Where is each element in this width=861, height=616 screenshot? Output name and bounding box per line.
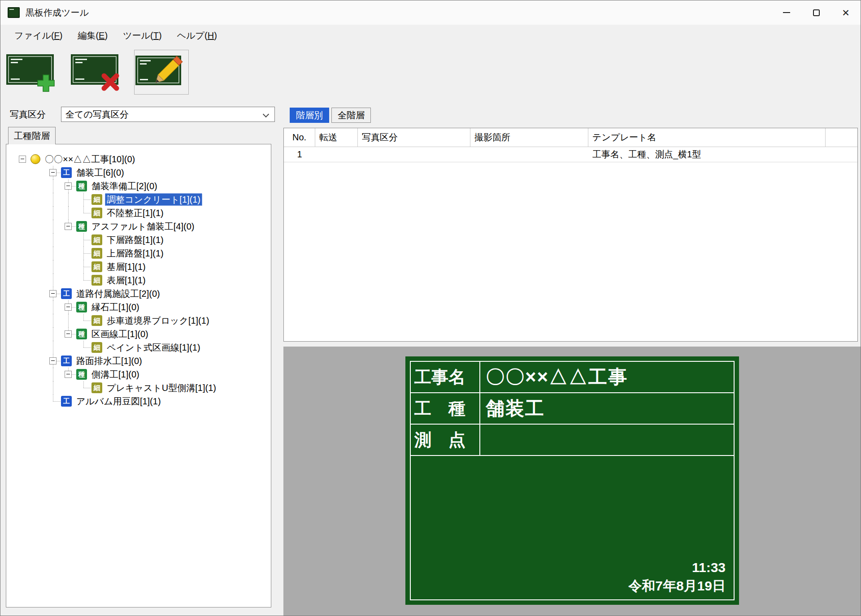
new-blackboard-button[interactable] bbox=[5, 50, 60, 95]
tree-grid bbox=[30, 206, 45, 220]
column-header[interactable]: 写真区分 bbox=[358, 128, 470, 147]
tree-connector bbox=[45, 287, 61, 300]
tree-item-label[interactable]: 道路付属施設工[2](0) bbox=[74, 287, 162, 300]
tree-item-label[interactable]: 上層路盤[1](1) bbox=[105, 247, 165, 260]
menu-tools[interactable]: ツール(T) bbox=[115, 25, 170, 46]
tree-grid bbox=[15, 260, 30, 273]
blackboard-empty-area bbox=[411, 456, 734, 559]
expand-toggle[interactable] bbox=[49, 169, 57, 176]
tree-item[interactable]: 種アスファルト舗装工[4](0) bbox=[15, 220, 270, 233]
tree-item[interactable]: 細上層路盤[1](1) bbox=[15, 247, 270, 260]
expand-toggle[interactable] bbox=[65, 304, 72, 311]
tree-grid bbox=[15, 247, 30, 260]
tree-item[interactable]: 細基層[1](1) bbox=[15, 260, 270, 273]
menu-file[interactable]: ファイル(F) bbox=[7, 25, 70, 46]
tree-grid bbox=[15, 273, 30, 287]
tree-connector bbox=[76, 233, 91, 247]
photo-category-row: 写真区分 全ての写真区分 bbox=[10, 107, 275, 122]
tree-item-label[interactable]: 舗装準備工[2](0) bbox=[90, 180, 159, 192]
close-button[interactable]: ✕ bbox=[831, 0, 861, 25]
tree-item-label[interactable]: 歩車道境界ブロック[1](1) bbox=[105, 314, 211, 327]
tree-item-label[interactable]: 路面排水工[1](0) bbox=[74, 355, 144, 367]
expand-toggle[interactable] bbox=[19, 156, 26, 163]
preview-area: 工事名〇〇××△△工事工 種舗装工測 点 11:33 令和7年8月19日 bbox=[283, 347, 861, 616]
column-header[interactable]: 転送 bbox=[315, 128, 358, 147]
tree-item-label[interactable]: 区画線工[1](0) bbox=[90, 328, 150, 340]
table-cell bbox=[315, 147, 358, 162]
tree-item[interactable]: 細プレキャストU型側溝[1](1) bbox=[15, 381, 270, 395]
tree-item-label[interactable]: 舗装工[6](0) bbox=[74, 166, 126, 179]
tree-item[interactable]: 細歩車道境界ブロック[1](1) bbox=[15, 314, 270, 327]
tree-item[interactable]: 種縁石工[1](0) bbox=[15, 300, 270, 314]
tree-item-label[interactable]: 調整コンクリート[1](1) bbox=[105, 193, 202, 206]
expand-toggle[interactable] bbox=[65, 182, 72, 190]
tree-connector bbox=[76, 273, 91, 287]
tree-item[interactable]: 工アルバム用豆図[1](1) bbox=[15, 395, 270, 408]
tree-grid bbox=[15, 220, 30, 233]
blackboard-delete-icon bbox=[70, 50, 124, 94]
blackboard-row-value: 〇〇××△△工事 bbox=[480, 362, 734, 392]
tree-item[interactable]: 種側溝工[1](0) bbox=[15, 368, 270, 381]
expand-toggle[interactable] bbox=[65, 330, 72, 338]
tree-item-label[interactable]: 縁石工[1](0) bbox=[90, 301, 141, 313]
expand-toggle[interactable] bbox=[65, 223, 72, 230]
tree-item-label[interactable]: アルバム用豆図[1](1) bbox=[74, 395, 163, 408]
right-tabs: 階層別全階層 bbox=[290, 108, 371, 123]
tree-item[interactable]: 細下層路盤[1](1) bbox=[15, 233, 270, 247]
tree-item[interactable]: 細ペイント式区画線[1](1) bbox=[15, 341, 270, 354]
tree-item[interactable]: 工舗装工[6](0) bbox=[15, 166, 270, 179]
tab-by-hierarchy[interactable]: 階層別 bbox=[290, 108, 329, 123]
tree-item[interactable]: 工路面排水工[1](0) bbox=[15, 354, 270, 368]
tree-grid bbox=[30, 354, 45, 368]
tree-item[interactable]: 細不陸整正[1](1) bbox=[15, 206, 270, 220]
delete-blackboard-button[interactable] bbox=[70, 50, 124, 95]
sai-icon: 細 bbox=[91, 234, 102, 245]
expand-toggle[interactable] bbox=[49, 290, 57, 297]
tree-item[interactable]: 種区画線工[1](0) bbox=[15, 327, 270, 341]
kou-icon: 工 bbox=[61, 396, 72, 407]
tree-item[interactable]: 細表層[1](1) bbox=[15, 273, 270, 287]
tree-item-label[interactable]: プレキャストU型側溝[1](1) bbox=[105, 382, 218, 394]
column-header[interactable]: No. bbox=[284, 128, 315, 147]
tree-item-label[interactable]: 〇〇××△△工事[10](0) bbox=[43, 153, 137, 165]
table-row[interactable]: 1工事名、工種、測点_横1型 bbox=[284, 147, 857, 162]
tab-work-hierarchy[interactable]: 工種階層 bbox=[8, 127, 56, 144]
blackboard-frame: 工事名〇〇××△△工事工 種舗装工測 点 11:33 令和7年8月19日 bbox=[410, 361, 735, 600]
tree-connector bbox=[76, 206, 91, 220]
photo-category-select[interactable]: 全ての写真区分 bbox=[61, 107, 275, 122]
tree-item[interactable]: 種舗装準備工[2](0) bbox=[15, 179, 270, 193]
tree-grid bbox=[61, 273, 76, 287]
tree-grid bbox=[30, 341, 45, 354]
tree-item[interactable]: 〇〇××△△工事[10](0) bbox=[15, 152, 270, 166]
tree-grid bbox=[30, 193, 45, 206]
blackboard-time: 11:33 bbox=[419, 559, 726, 577]
column-header[interactable]: テンプレート名 bbox=[588, 128, 826, 147]
edit-blackboard-button[interactable] bbox=[134, 50, 189, 95]
tree-grid bbox=[45, 273, 61, 287]
tree-item-label[interactable]: アスファルト舗装工[4](0) bbox=[90, 220, 196, 233]
tree-grid bbox=[15, 179, 30, 193]
minimize-button[interactable] bbox=[772, 0, 801, 25]
tree-item-label[interactable]: 側溝工[1](0) bbox=[90, 368, 141, 381]
tree-item-label[interactable]: 表層[1](1) bbox=[105, 274, 148, 286]
app-window: 黒板作成ツール ✕ ファイル(F)編集(E)ツール(T)ヘルプ(H) bbox=[0, 0, 861, 616]
shu-icon: 種 bbox=[76, 302, 87, 312]
menu-help[interactable]: ヘルプ(H) bbox=[170, 25, 225, 46]
blackboard-add-icon bbox=[5, 50, 59, 94]
tree-grid bbox=[45, 233, 61, 247]
tree-item[interactable]: 細調整コンクリート[1](1) bbox=[15, 193, 270, 206]
blackboard-row-value: 舗装工 bbox=[480, 393, 734, 424]
tree-item-label[interactable]: 下層路盤[1](1) bbox=[105, 234, 165, 246]
tab-all-hierarchy[interactable]: 全階層 bbox=[331, 108, 371, 123]
expand-toggle[interactable] bbox=[49, 357, 57, 364]
maximize-button[interactable] bbox=[801, 0, 831, 25]
tree-item[interactable]: 工道路付属施設工[2](0) bbox=[15, 287, 270, 300]
menu-edit[interactable]: 編集(E) bbox=[70, 25, 115, 46]
tree-connector bbox=[45, 166, 61, 179]
tree-item-label[interactable]: ペイント式区画線[1](1) bbox=[105, 341, 202, 354]
tree-item-label[interactable]: 不陸整正[1](1) bbox=[105, 207, 165, 219]
tree-connector bbox=[76, 314, 91, 327]
expand-toggle[interactable] bbox=[65, 371, 72, 378]
column-header[interactable]: 撮影箇所 bbox=[470, 128, 588, 147]
tree-item-label[interactable]: 基層[1](1) bbox=[105, 260, 148, 273]
